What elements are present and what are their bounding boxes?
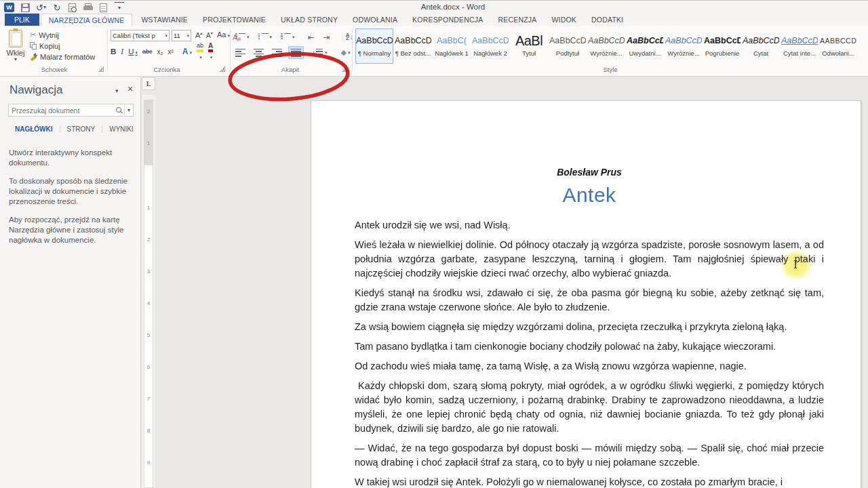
align-center-button[interactable] — [252, 46, 266, 59]
style-label: Uwydatni... — [627, 49, 663, 57]
subscript-button[interactable]: x₂ — [157, 48, 163, 56]
format-painter-label: Malarz formatów — [40, 53, 95, 61]
document-content[interactable]: Bolesław Prus Antek Antek urodził się we… — [355, 167, 824, 488]
style-label: Nagłówek 1 — [433, 49, 470, 57]
style-item[interactable]: AaBbCcDc Cytat — [742, 28, 780, 64]
navigation-options-icon[interactable]: ▾ — [115, 87, 119, 94]
numbering-button[interactable] — [256, 30, 275, 43]
font-family-combo[interactable]: Calibri (Tekst p — [111, 30, 170, 41]
bold-button[interactable]: B — [111, 47, 116, 56]
shrink-font-button[interactable]: A▾ — [206, 30, 213, 39]
increase-indent-button[interactable]: ⇥ — [321, 30, 332, 43]
styles-gallery: AaBbCcDc ¶ Normalny AaBbCcDc ¶ Bez odst.… — [355, 28, 865, 64]
document-paragraph: Każdy chłopski dom, szarą słomą pokryty,… — [355, 379, 824, 436]
decrease-indent-button[interactable]: ⇤ — [306, 30, 317, 43]
cut-label: Wytnij — [39, 31, 59, 39]
ribbon-tab[interactable]: ODWOŁANIA — [345, 14, 405, 26]
format-painter-button[interactable]: Malarz formatów — [30, 52, 95, 62]
style-item[interactable]: AaBbCcDc Wyróżnie... — [665, 28, 703, 64]
style-item[interactable]: AaBbCcD Wyróżnie... — [587, 28, 625, 64]
ribbon-tab[interactable]: NARZĘDZIA GŁÓWNE — [41, 14, 133, 26]
document-page[interactable]: Bolesław Prus Antek Antek urodził się we… — [311, 100, 861, 488]
sort-button[interactable]: AZ↓ — [344, 30, 355, 43]
multilevel-list-button[interactable] — [279, 30, 297, 43]
change-case-button[interactable]: Aa — [217, 30, 230, 39]
highlight-color-button[interactable]: ab — [197, 43, 203, 60]
clipboard-dialog-launcher[interactable] — [98, 66, 104, 72]
style-preview: AaBbCcD — [472, 33, 509, 48]
cut-button[interactable]: ✂ Wytnij — [30, 30, 59, 40]
ribbon: Wklej ▾ ✂ Wytnij Kopiuj Malarz formatów … — [0, 26, 868, 77]
style-item[interactable]: AaBbCcDc Uwydatni... — [626, 28, 664, 64]
shading-button[interactable]: ◆ — [339, 46, 353, 59]
document-author: Bolesław Prus — [355, 167, 824, 178]
navigation-pane: Nawigacja ▾ × ▾ NAGŁÓWKI STRONY WYNIKI U… — [0, 77, 141, 488]
style-label: Cytat — [743, 49, 779, 57]
ribbon-tab[interactable]: UKŁAD STRONY — [273, 14, 345, 26]
style-label: Pogrubienie — [704, 49, 741, 57]
paragraph-dialog-launcher[interactable] — [342, 66, 347, 72]
ribbon-tab[interactable]: WIDOK — [544, 14, 584, 26]
text-effects-button[interactable]: A — [182, 47, 192, 56]
grow-font-button[interactable]: A▴ — [195, 30, 202, 39]
document-paragraph: — Widać, że na tego gospodarza był dopus… — [355, 441, 824, 470]
navigation-tab[interactable]: STRONY — [60, 125, 103, 133]
shading-icon: ◆ — [341, 48, 347, 57]
text-cursor-ibeam: I — [793, 258, 797, 271]
style-label: Podtytuł — [549, 49, 586, 57]
style-preview: AaBbCcDc — [627, 33, 663, 48]
document-paragraph: Kiedyś stanął na środku wsi, zdawało ci … — [355, 286, 824, 314]
align-left-button[interactable] — [233, 46, 248, 59]
tab-stop-selector[interactable]: L — [142, 77, 155, 90]
ribbon-tab[interactable]: KORESPONDENCJA — [405, 14, 490, 26]
navigation-close-icon[interactable]: × — [127, 83, 133, 94]
multilevel-list-icon — [281, 33, 291, 41]
line-spacing-button[interactable]: ↕ — [310, 46, 330, 59]
italic-button[interactable]: I — [121, 47, 123, 56]
justify-button[interactable] — [288, 46, 304, 59]
tab-file[interactable]: PLIK — [5, 14, 39, 26]
paste-dropdown-icon[interactable]: ▾ — [4, 57, 27, 62]
font-color-red-bar — [208, 49, 213, 52]
font-size-combo[interactable]: 11 — [172, 30, 191, 41]
style-item[interactable]: AaBbCcDc ¶ Bez odst... — [394, 28, 432, 64]
font-group-label: Czcionka — [133, 66, 201, 73]
navigation-tab[interactable]: WYNIKI — [102, 125, 140, 133]
style-preview: AaBbCcDc — [743, 33, 779, 48]
style-preview: AaBbCcDc — [356, 33, 393, 48]
underline-button[interactable]: U — [128, 47, 138, 56]
align-right-button[interactable] — [270, 46, 284, 59]
style-item[interactable]: AAB Odw... — [858, 28, 865, 64]
superscript-button[interactable]: x² — [167, 48, 173, 56]
style-label: ¶ Normalny — [356, 49, 393, 57]
style-item[interactable]: AaBbCcDc Cytat inte... — [781, 28, 818, 64]
search-box[interactable]: ▾ — [8, 104, 134, 117]
search-icon[interactable] — [115, 106, 123, 115]
ribbon-tab[interactable]: DODATKI — [584, 14, 631, 26]
style-label: Odw... — [859, 49, 865, 57]
font-dialog-launcher[interactable] — [220, 66, 225, 72]
style-label: Wyróżnie... — [588, 49, 625, 57]
search-input[interactable] — [9, 106, 115, 115]
ribbon-tab[interactable]: RECENZJA — [490, 14, 544, 26]
style-item[interactable]: AaBbCcD Podtytuł — [549, 28, 587, 64]
style-item[interactable]: AaBl Tytuł — [510, 28, 548, 64]
style-item[interactable]: AaBbCcDc ¶ Normalny — [355, 28, 393, 64]
style-item[interactable]: AaBbCcDc Pogrubienie — [703, 28, 741, 64]
style-preview: AAB — [859, 33, 865, 48]
bullets-button[interactable] — [233, 30, 252, 43]
style-item[interactable]: AaBbC( Nagłówek 1 — [433, 28, 471, 64]
ribbon-tab-row: PLIK NARZĘDZIA GŁÓWNE WSTAWIANIE PROJEKT… — [0, 14, 868, 26]
style-preview: AaBbCcDc — [704, 33, 741, 48]
style-item[interactable]: AABBCCDC Odwołani... — [819, 28, 857, 64]
style-item[interactable]: AaBbCcD Nagłówek 2 — [471, 28, 509, 64]
ribbon-tab[interactable]: PROJEKTOWANIE — [195, 14, 273, 26]
highlight-yellow-bar — [197, 49, 203, 52]
font-color-button[interactable]: A — [208, 43, 213, 60]
document-viewport: Bolesław Prus Antek Antek urodził się we… — [155, 77, 868, 488]
copy-button[interactable]: Kopiuj — [30, 41, 60, 51]
ribbon-tab[interactable]: WSTAWIANIE — [134, 14, 195, 26]
search-dropdown-icon[interactable]: ▾ — [124, 104, 133, 116]
strikethrough-button[interactable]: abc — [142, 48, 153, 55]
navigation-tab[interactable]: NAGŁÓWKI — [8, 125, 60, 133]
